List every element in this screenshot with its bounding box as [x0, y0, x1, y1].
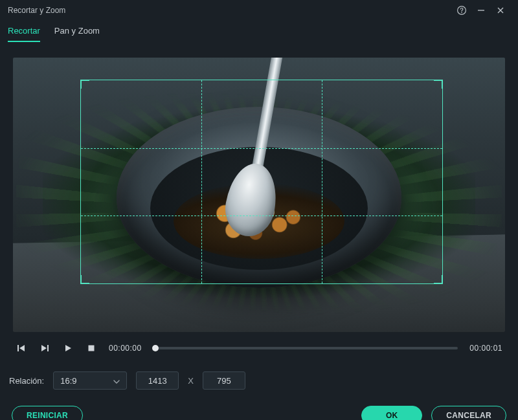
- svg-rect-8: [47, 345, 49, 351]
- svg-point-1: [461, 12, 462, 14]
- playback-bar: 00:00:00 00:00:01: [0, 332, 518, 358]
- svg-marker-9: [65, 345, 71, 351]
- crop-handle-tr[interactable]: [434, 80, 443, 89]
- cancel-button[interactable]: CANCELAR: [431, 406, 506, 420]
- svg-marker-6: [19, 345, 25, 351]
- reset-button[interactable]: REINICIAR: [12, 406, 83, 420]
- crop-rectangle[interactable]: [80, 80, 443, 284]
- tabs-bar: Recortar Pan y Zoom: [0, 21, 518, 42]
- seek-slider[interactable]: [153, 347, 458, 349]
- crop-handle-br[interactable]: [434, 275, 443, 284]
- crop-grid-line: [201, 80, 202, 283]
- crop-controls-row: Relación: 16:9 1413 X 795: [0, 358, 518, 390]
- minimize-icon[interactable]: [471, 0, 491, 21]
- close-icon[interactable]: [491, 0, 510, 21]
- aspect-ratio-select[interactable]: 16:9: [53, 371, 127, 390]
- window-title: Recortar y Zoom: [8, 6, 65, 15]
- svg-rect-5: [17, 345, 19, 351]
- crop-handle-tl[interactable]: [80, 80, 89, 89]
- stop-icon[interactable]: [85, 342, 97, 354]
- titlebar: Recortar y Zoom: [0, 0, 518, 21]
- step-forward-icon[interactable]: [39, 342, 51, 354]
- play-icon[interactable]: [62, 342, 74, 354]
- crop-width-value: 1413: [148, 376, 167, 386]
- aspect-ratio-value: 16:9: [60, 376, 76, 386]
- preview-container: [0, 42, 518, 332]
- crop-width-input[interactable]: 1413: [136, 371, 179, 390]
- crop-handle-bl[interactable]: [80, 275, 89, 284]
- crop-height-input[interactable]: 795: [203, 371, 245, 390]
- tab-pan-zoom[interactable]: Pan y Zoom: [54, 26, 100, 42]
- crop-height-value: 795: [217, 376, 231, 386]
- chevron-down-icon: [113, 376, 120, 386]
- svg-rect-10: [89, 346, 95, 351]
- seek-knob[interactable]: [152, 345, 159, 351]
- total-time: 00:00:01: [469, 344, 502, 353]
- video-preview[interactable]: [13, 58, 505, 332]
- crop-grid-line: [81, 216, 442, 216]
- step-back-icon[interactable]: [16, 342, 27, 354]
- ratio-label: Relación:: [9, 376, 44, 386]
- dimension-separator: X: [188, 376, 194, 386]
- tab-crop[interactable]: Recortar: [8, 26, 40, 42]
- dialog-footer: REINICIAR OK CANCELAR: [0, 390, 518, 420]
- ok-button[interactable]: OK: [361, 406, 422, 420]
- help-icon[interactable]: [452, 0, 471, 21]
- current-time: 00:00:00: [109, 344, 142, 353]
- crop-grid-line: [81, 148, 442, 149]
- svg-marker-7: [41, 345, 47, 351]
- crop-grid-line: [322, 80, 322, 283]
